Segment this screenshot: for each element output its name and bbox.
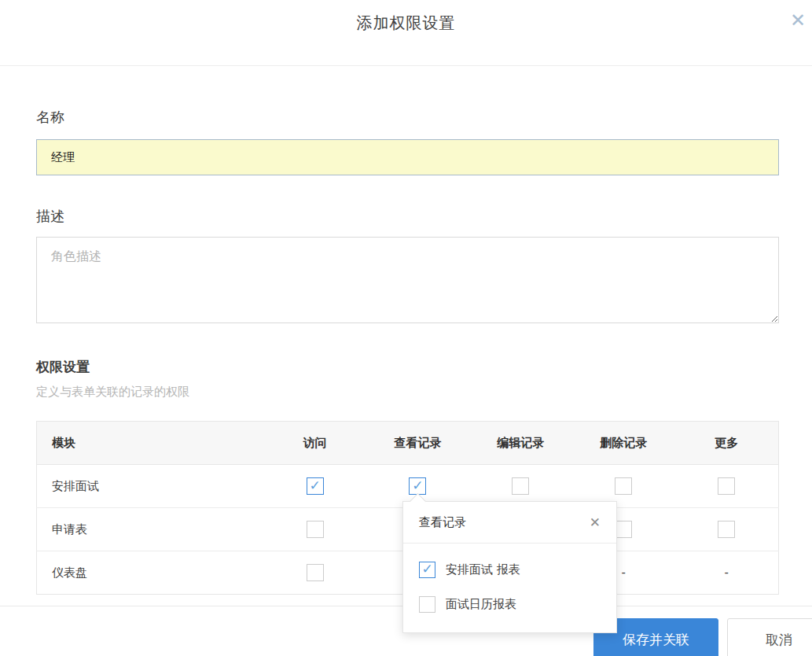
- name-input[interactable]: [36, 139, 779, 175]
- checkbox-unchecked[interactable]: [307, 521, 324, 538]
- checkbox-unchecked[interactable]: [615, 521, 632, 538]
- module-name: 安排面试: [37, 465, 264, 508]
- checkbox-checked[interactable]: ✓: [409, 477, 426, 495]
- permissions-section-title: 权限设置: [36, 323, 779, 376]
- report-option-label: 安排面试 报表: [446, 562, 520, 577]
- popup-close-icon[interactable]: ✕: [590, 514, 601, 530]
- column-header: 更多: [675, 422, 779, 465]
- checkbox-unchecked[interactable]: [718, 521, 735, 538]
- dialog-title: 添加权限设置: [0, 0, 812, 34]
- popup-title: 查看记录: [419, 515, 590, 530]
- report-option: 面试日历报表: [419, 596, 616, 613]
- dialog-header: 添加权限设置 ✕: [0, 0, 812, 66]
- column-header: 模块: [37, 422, 264, 465]
- view-records-popup: 查看记录 ✕ ✓安排面试 报表面试日历报表: [402, 501, 617, 633]
- check-icon: ✓: [421, 562, 432, 576]
- column-header: 编辑记录: [469, 422, 572, 465]
- module-name: 仪表盘: [37, 551, 264, 595]
- report-option-label: 面试日历报表: [446, 597, 516, 612]
- table-header-row: 模块访问查看记录编辑记录删除记录更多: [37, 422, 779, 465]
- permission-cell: ✓: [263, 465, 366, 508]
- description-textarea[interactable]: [36, 237, 779, 323]
- permission-cell: [675, 465, 779, 508]
- check-icon: ✓: [412, 479, 423, 492]
- popup-body: ✓安排面试 报表面试日历报表: [403, 544, 616, 613]
- popup-header: 查看记录 ✕: [403, 502, 616, 544]
- checkbox-unchecked[interactable]: [307, 564, 324, 581]
- close-icon[interactable]: ✕: [785, 8, 810, 33]
- column-header: 查看记录: [366, 422, 469, 465]
- report-option: ✓安排面试 报表: [419, 562, 616, 578]
- add-permission-dialog: 添加权限设置 ✕ 名称 描述 权限设置 定义与表单关联的记录的权限 模块访问查看…: [0, 0, 812, 656]
- module-name: 申请表: [37, 508, 264, 551]
- column-header: 访问: [263, 422, 366, 465]
- checkbox-unchecked[interactable]: [419, 596, 435, 613]
- cancel-button[interactable]: 取消: [727, 618, 812, 656]
- not-applicable-cell: -: [675, 551, 779, 595]
- checkbox-unchecked[interactable]: [512, 477, 529, 495]
- checkbox-checked[interactable]: ✓: [307, 477, 324, 495]
- permission-cell: [675, 508, 779, 551]
- checkbox-checked[interactable]: ✓: [419, 562, 435, 578]
- column-header: 删除记录: [572, 422, 675, 465]
- name-label: 名称: [36, 66, 779, 127]
- permission-cell: [263, 508, 366, 551]
- permission-cell: [263, 551, 366, 595]
- description-label: 描述: [36, 175, 779, 226]
- check-icon: ✓: [309, 479, 320, 492]
- permissions-section-subtitle: 定义与表单关联的记录的权限: [36, 376, 779, 400]
- checkbox-unchecked[interactable]: [615, 477, 632, 495]
- checkbox-unchecked[interactable]: [718, 477, 735, 495]
